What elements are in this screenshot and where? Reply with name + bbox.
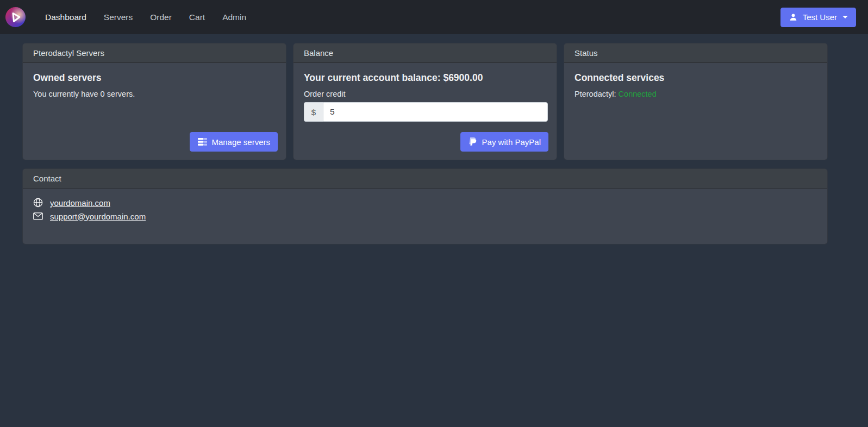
- account-balance-title: Your current account balance: $6900.00: [304, 72, 548, 84]
- brand-logo[interactable]: [5, 7, 26, 27]
- play-logo-icon: [5, 7, 26, 27]
- person-icon: [789, 12, 798, 22]
- order-credit-label: Order credit: [304, 90, 548, 98]
- nav-item-admin[interactable]: Admin: [214, 8, 255, 27]
- contact-card-header: Contact: [23, 169, 827, 189]
- status-card-header: Status: [564, 43, 827, 63]
- order-credit-input-group: $: [304, 102, 548, 122]
- paypal-icon: [468, 137, 478, 147]
- owned-servers-title: Owned servers: [33, 72, 278, 84]
- manage-servers-label: Manage servers: [211, 137, 270, 147]
- currency-prefix: $: [304, 102, 323, 122]
- balance-card-body: Your current account balance: $6900.00 O…: [294, 63, 557, 160]
- balance-card: Balance Your current account balance: $6…: [293, 43, 557, 160]
- manage-servers-button[interactable]: Manage servers: [190, 132, 278, 152]
- nav-item-order[interactable]: Order: [141, 8, 180, 27]
- top-navbar: Dashboard Servers Order Cart Admin Test …: [0, 0, 868, 34]
- nav-item-servers[interactable]: Servers: [95, 8, 141, 27]
- globe-icon: [33, 198, 43, 208]
- owned-servers-text: You currently have 0 servers.: [33, 90, 278, 98]
- servers-card-body: Owned servers You currently have 0 serve…: [23, 63, 286, 160]
- status-card: Status Connected services Pterodactyl: C…: [564, 43, 828, 160]
- contact-card: Contact yourdomain.com: [22, 168, 828, 244]
- pay-with-paypal-label: Pay with PayPal: [482, 137, 541, 147]
- envelope-icon: [33, 211, 43, 221]
- support-email-link[interactable]: support@yourdomain.com: [50, 212, 146, 221]
- nav-item-cart[interactable]: Cart: [180, 8, 214, 27]
- balance-card-header: Balance: [294, 43, 557, 63]
- user-menu-label: Test User: [803, 12, 837, 22]
- nav-item-dashboard[interactable]: Dashboard: [36, 8, 95, 27]
- contact-row-email: support@yourdomain.com: [33, 211, 819, 221]
- service-name-label: Pterodactyl:: [574, 90, 616, 98]
- user-menu-button[interactable]: Test User: [780, 8, 856, 27]
- servers-card: Pterodactyl Servers Owned servers You cu…: [22, 43, 286, 160]
- chevron-down-icon: [842, 16, 848, 18]
- order-credit-input[interactable]: [323, 102, 548, 122]
- main-content: Pterodactyl Servers Owned servers You cu…: [0, 34, 868, 244]
- pterodactyl-status-line: Pterodactyl: Connected: [574, 90, 819, 98]
- server-icon: [197, 137, 207, 147]
- contact-card-body: yourdomain.com support@yourdomain.com: [23, 189, 827, 244]
- website-link[interactable]: yourdomain.com: [50, 198, 110, 208]
- status-card-body: Connected services Pterodactyl: Connecte…: [564, 63, 827, 160]
- pay-with-paypal-button[interactable]: Pay with PayPal: [460, 132, 548, 152]
- contact-row-website: yourdomain.com: [33, 198, 819, 208]
- cards-row: Pterodactyl Servers Owned servers You cu…: [22, 43, 828, 160]
- servers-card-header: Pterodactyl Servers: [23, 43, 286, 63]
- connected-services-title: Connected services: [574, 72, 819, 84]
- status-badge: Connected: [619, 90, 657, 98]
- nav-links: Dashboard Servers Order Cart Admin: [36, 8, 255, 27]
